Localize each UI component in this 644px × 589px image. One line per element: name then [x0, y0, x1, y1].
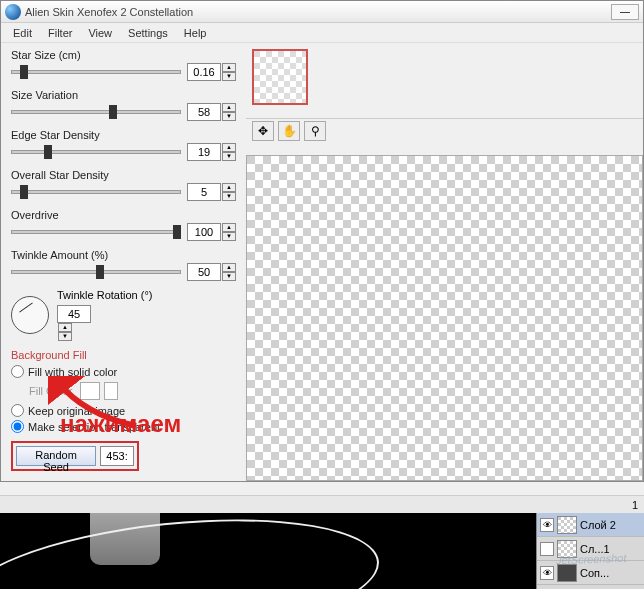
document-view — [0, 513, 536, 589]
overall-density-spinner[interactable]: ▲▼ — [222, 183, 236, 201]
twinkle-rotation-label: Twinkle Rotation (°) — [57, 289, 153, 301]
twinkle-amount-slider[interactable] — [11, 270, 181, 274]
layer-name: Соп... — [580, 567, 609, 579]
size-variation-label: Size Variation — [11, 89, 236, 101]
edge-density-spinner[interactable]: ▲▼ — [222, 143, 236, 161]
random-seed-button[interactable]: Random Seed — [16, 446, 96, 466]
param-overdrive: Overdrive 100 ▲▼ — [11, 209, 236, 241]
param-star-size: Star Size (cm) 0.16 ▲▼ — [11, 49, 236, 81]
seed-row: Random Seed 453: — [11, 441, 139, 471]
size-variation-slider[interactable] — [11, 110, 181, 114]
preview-canvas[interactable] — [246, 155, 643, 481]
window-title: Alien Skin Xenofex 2 Constellation — [25, 6, 193, 18]
preset-strip — [246, 43, 643, 119]
layer-thumb — [557, 564, 577, 582]
preset-thumb[interactable] — [252, 49, 308, 105]
size-variation-value[interactable]: 58 — [187, 103, 221, 121]
twinkle-rotation-value[interactable]: 45 — [57, 305, 91, 323]
edge-density-value[interactable]: 19 — [187, 143, 221, 161]
zoom-status: 1 — [632, 499, 638, 511]
menu-help[interactable]: Help — [176, 25, 215, 41]
menu-edit[interactable]: Edit — [5, 25, 40, 41]
radio-solid[interactable] — [11, 365, 24, 378]
hand-tool-icon[interactable]: ✋ — [278, 121, 300, 141]
menu-settings[interactable]: Settings — [120, 25, 176, 41]
layer-row[interactable]: 👁 Слой 2 — [537, 513, 644, 537]
rotation-dial[interactable] — [11, 296, 49, 334]
seed-value[interactable]: 453: — [100, 446, 134, 466]
statusbar: 1 — [0, 495, 644, 513]
bgfill-title: Background Fill — [11, 349, 236, 361]
editor-strip: 👁 Слой 2 Сл...1 👁 Соп... JetScreenshot — [0, 513, 644, 589]
visibility-icon[interactable] — [540, 542, 554, 556]
param-edge-density: Edge Star Density 19 ▲▼ — [11, 129, 236, 161]
radio-transparent[interactable] — [11, 420, 24, 433]
minimize-button[interactable]: — — [611, 4, 639, 20]
twinkle-amount-label: Twinkle Amount (%) — [11, 249, 236, 261]
app-icon — [5, 4, 21, 20]
preview-column: ✥ ✋ ⚲ — [246, 43, 643, 481]
layer-thumb — [557, 516, 577, 534]
overdrive-value[interactable]: 100 — [187, 223, 221, 241]
edge-density-label: Edge Star Density — [11, 129, 236, 141]
param-size-variation: Size Variation 58 ▲▼ — [11, 89, 236, 121]
overdrive-spinner[interactable]: ▲▼ — [222, 223, 236, 241]
star-size-value[interactable]: 0.16 — [187, 63, 221, 81]
overdrive-slider[interactable] — [11, 230, 181, 234]
ring-shape — [0, 513, 385, 589]
titlebar: Alien Skin Xenofex 2 Constellation — — [1, 1, 643, 23]
overall-density-label: Overall Star Density — [11, 169, 236, 181]
menubar: Edit Filter View Settings Help — [1, 23, 643, 43]
param-twinkle-rotation: Twinkle Rotation (°) 45 ▲▼ — [11, 289, 236, 341]
param-twinkle-amount: Twinkle Amount (%) 50 ▲▼ — [11, 249, 236, 281]
overall-density-value[interactable]: 5 — [187, 183, 221, 201]
param-overall-density: Overall Star Density 5 ▲▼ — [11, 169, 236, 201]
edge-density-slider[interactable] — [11, 150, 181, 154]
overall-density-slider[interactable] — [11, 190, 181, 194]
annotation-text: нажимаем — [60, 410, 181, 438]
twinkle-amount-spinner[interactable]: ▲▼ — [222, 263, 236, 281]
zoom-tool-icon[interactable]: ⚲ — [304, 121, 326, 141]
layer-name: Слой 2 — [580, 519, 616, 531]
radio-keep[interactable] — [11, 404, 24, 417]
menu-filter[interactable]: Filter — [40, 25, 80, 41]
menu-view[interactable]: View — [80, 25, 120, 41]
size-variation-spinner[interactable]: ▲▼ — [222, 103, 236, 121]
visibility-icon[interactable]: 👁 — [540, 518, 554, 532]
overdrive-label: Overdrive — [11, 209, 236, 221]
visibility-icon[interactable]: 👁 — [540, 566, 554, 580]
twinkle-amount-value[interactable]: 50 — [187, 263, 221, 281]
layers-panel: 👁 Слой 2 Сл...1 👁 Соп... — [536, 513, 644, 589]
toolstrip: ✥ ✋ ⚲ — [246, 119, 643, 143]
watermark: JetScreenshot — [555, 552, 626, 566]
star-size-spinner[interactable]: ▲▼ — [222, 63, 236, 81]
star-size-label: Star Size (cm) — [11, 49, 236, 61]
star-size-slider[interactable] — [11, 70, 181, 74]
twinkle-rotation-spinner[interactable]: ▲▼ — [58, 323, 72, 341]
pointer-tool-icon[interactable]: ✥ — [252, 121, 274, 141]
